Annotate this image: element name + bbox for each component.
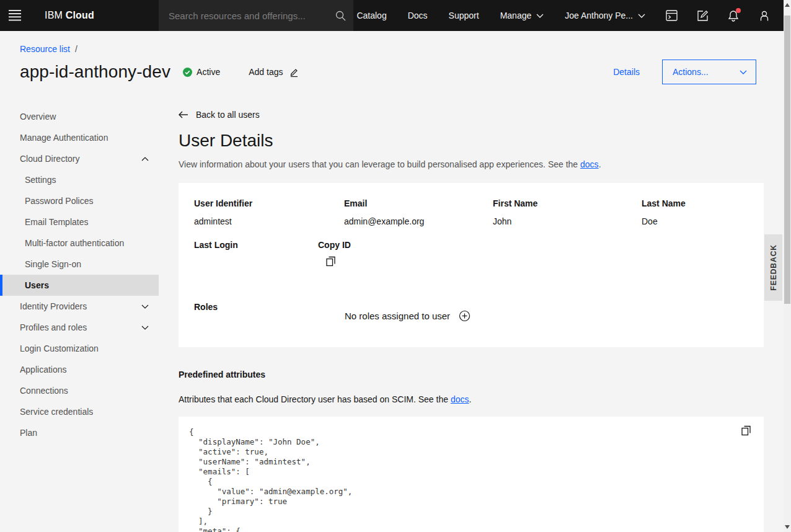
notifications-bell-icon[interactable] — [718, 0, 749, 31]
field-user-identifier: User Identifier admintest — [194, 198, 344, 226]
nav-docs[interactable]: Docs — [397, 0, 438, 31]
roles-empty-text: No roles assigned to user — [345, 311, 450, 321]
details-link[interactable]: Details — [613, 67, 640, 77]
sidebar-item-password-polices[interactable]: Password Polices — [0, 190, 159, 211]
sidebar-nav: Overview Manage Authentication Cloud Dir… — [0, 96, 159, 532]
breadcrumb-separator: / — [75, 44, 77, 54]
nav-support[interactable]: Support — [438, 0, 490, 31]
breadcrumb-resource-list[interactable]: Resource list — [20, 44, 70, 54]
profile-menu[interactable]: Joe Anthony Pe... — [554, 0, 656, 31]
copy-code-button[interactable] — [741, 425, 751, 436]
notification-dot — [736, 8, 741, 13]
code-line: ], — [189, 516, 764, 526]
edit-pencil-icon — [289, 67, 299, 78]
user-info-card: User Identifier admintest Email admin@ex… — [179, 183, 764, 347]
hamburger-menu-icon[interactable] — [0, 0, 30, 31]
search-input[interactable] — [169, 11, 335, 21]
scrollbar-thumb[interactable] — [784, 16, 790, 304]
top-header: IBM Cloud Catalog Docs Support Manage Jo… — [0, 0, 784, 31]
nav-catalog[interactable]: Catalog — [346, 0, 397, 31]
sidebar-item-profiles-and-roles[interactable]: Profiles and roles — [0, 317, 159, 338]
add-role-button[interactable] — [459, 310, 471, 322]
field-first-name: First Name John — [493, 198, 642, 226]
copy-icon — [741, 425, 751, 436]
page-title: app-id-anthony-dev — [20, 62, 170, 82]
user-avatar-icon[interactable] — [749, 0, 780, 31]
edit-icon[interactable] — [687, 0, 718, 31]
code-line: } — [189, 507, 764, 516]
predefined-attributes-title: Predefined attributes — [179, 370, 756, 379]
check-circle-icon — [183, 68, 192, 77]
add-tags-button[interactable]: Add tags — [249, 67, 299, 78]
add-circle-icon — [459, 310, 471, 322]
field-last-name: Last Name Doe — [642, 198, 764, 226]
arrow-left-icon — [179, 111, 188, 118]
breadcrumb: Resource list / — [20, 42, 756, 56]
sidebar-item-single-sign-on[interactable]: Single Sign-on — [0, 254, 159, 275]
status-badge: Active — [183, 67, 220, 77]
ibm-cloud-logo[interactable]: IBM Cloud — [45, 10, 94, 21]
docs-link[interactable]: docs — [451, 394, 469, 404]
last-login-label: Last Login — [194, 240, 238, 250]
user-details-title: User Details — [179, 131, 756, 151]
copy-id-button[interactable] — [325, 255, 336, 267]
code-line: { — [189, 427, 764, 437]
sidebar-item-service-credentials[interactable]: Service credentials — [0, 401, 159, 422]
code-line: "meta": { — [189, 526, 764, 532]
sidebar-item-multi-factor-authentication[interactable]: Multi-factor authentication — [0, 233, 159, 254]
docs-link[interactable]: docs — [580, 159, 599, 169]
code-line: "userName": "admintest", — [189, 457, 764, 467]
sidebar-item-identity-providers[interactable]: Identity Providers — [0, 296, 159, 317]
copy-id-label: Copy ID — [318, 240, 351, 250]
profile-name: Joe Anthony Pe... — [565, 11, 633, 20]
sidebar-item-manage-authentication[interactable]: Manage Authentication — [0, 127, 159, 148]
sidebar-item-settings[interactable]: Settings — [0, 169, 159, 190]
nav-manage[interactable]: Manage — [490, 0, 555, 31]
page-header: Resource list / app-id-anthony-dev Activ… — [0, 31, 784, 96]
sidebar-item-applications[interactable]: Applications — [0, 359, 159, 380]
sidebar-item-email-templates[interactable]: Email Templates — [0, 211, 159, 233]
sidebar-item-login-customization[interactable]: Login Customization — [0, 338, 159, 359]
search-icon[interactable] — [335, 11, 346, 21]
web-terminal-icon[interactable] — [656, 0, 687, 31]
sidebar-item-cloud-directory[interactable]: Cloud Directory — [0, 148, 159, 169]
chevron-down-icon — [536, 14, 544, 18]
scim-attributes-code-block: { "displayName": "John Doe", "active": t… — [179, 417, 764, 532]
code-line: "emails": [ — [189, 467, 764, 477]
scrollbar-down-arrow[interactable] — [785, 525, 790, 529]
chevron-down-icon — [141, 326, 149, 330]
roles-label: Roles — [194, 302, 218, 312]
sidebar-item-overview[interactable]: Overview — [0, 106, 159, 127]
copy-icon — [325, 255, 336, 267]
user-details-description: View information about your users that y… — [179, 159, 756, 169]
code-line: "displayName": "John Doe", — [189, 437, 764, 447]
code-line: "active": true, — [189, 447, 764, 457]
code-line: "primary": true — [189, 497, 764, 507]
chevron-down-icon — [638, 14, 645, 18]
main-content: Back to all users User Details View info… — [159, 96, 784, 532]
vertical-scrollbar[interactable] — [784, 0, 791, 532]
code-line: "value": "admin@example.org", — [189, 487, 764, 497]
sidebar-item-users[interactable]: Users — [0, 275, 159, 296]
chevron-up-icon — [141, 157, 149, 161]
back-to-all-users-link[interactable]: Back to all users — [179, 109, 756, 121]
scrollbar-up-arrow[interactable] — [785, 3, 790, 7]
code-line: { — [189, 477, 764, 487]
chevron-down-icon — [740, 70, 747, 74]
header-search — [159, 0, 353, 31]
actions-dropdown[interactable]: Actions... — [662, 60, 756, 84]
sidebar-item-connections[interactable]: Connections — [0, 380, 159, 401]
chevron-down-icon — [141, 304, 149, 309]
predefined-attributes-description: Attributes that each Cloud Directory use… — [179, 394, 756, 404]
feedback-tab[interactable]: FEEDBACK — [764, 234, 782, 301]
sidebar-item-plan[interactable]: Plan — [0, 422, 159, 443]
field-email: Email admin@example.org — [344, 198, 493, 226]
